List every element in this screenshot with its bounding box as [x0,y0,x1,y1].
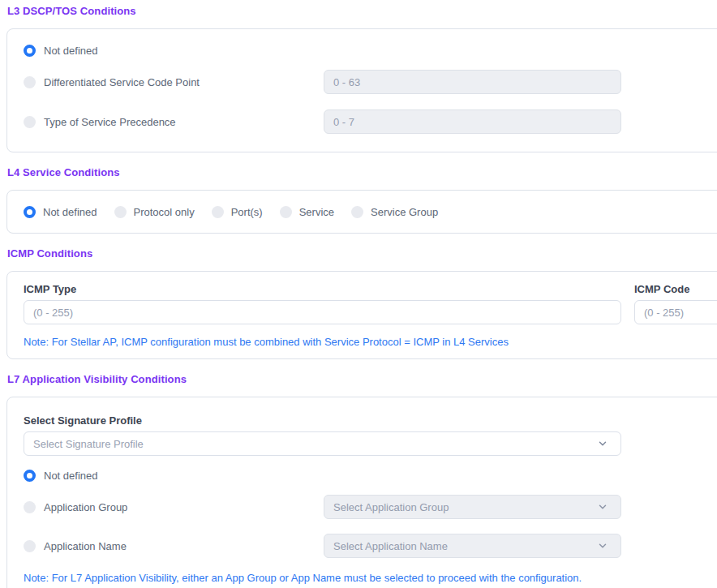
select-placeholder: Select Application Name [333,540,448,552]
radio-row-l3-tos: Type of Service Precedence [24,109,717,134]
radio-option-tos[interactable]: Type of Service Precedence [24,116,324,128]
section-title-l4: L4 Service Conditions [7,166,717,178]
dscp-value-input [324,70,621,94]
radio-option-protocol-only[interactable]: Protocol only [114,206,195,218]
chevron-down-icon [598,502,608,512]
radio-row-l7-not-defined[interactable]: Not defined [24,470,717,482]
l4-radio-group: Not defined Protocol only Port(s) Servic… [24,204,717,219]
radio-option-not-defined[interactable]: Not defined [24,206,97,218]
radio-button[interactable] [114,206,127,218]
radio-label: Service Group [371,206,438,218]
signature-profile-select[interactable]: Select Signature Profile [24,431,621,456]
radio-label: Differentiated Service Code Point [44,76,200,88]
radio-button[interactable] [24,76,36,88]
application-group-select: Select Application Group [324,495,621,519]
icmp-type-label: ICMP Type [24,283,621,295]
application-name-select: Select Application Name [324,534,621,558]
radio-option-app-name[interactable]: Application Name [24,540,324,552]
radio-button-selected[interactable] [24,206,36,218]
radio-button-selected[interactable] [24,45,36,57]
radio-button-selected[interactable] [24,470,36,482]
radio-label: Service [299,206,334,218]
radio-option-ports[interactable]: Port(s) [212,206,263,218]
section-icmp: ICMP Conditions ICMP Type ICMP Code Note… [6,247,717,359]
radio-option-dscp[interactable]: Differentiated Service Code Point [24,76,324,88]
radio-label: Not defined [44,470,98,482]
signature-profile-label: Select Signature Profile [24,414,717,427]
chevron-down-icon [598,541,608,551]
select-placeholder: Select Application Group [333,501,449,513]
radio-row-app-name: Application Name Select Application Name [24,534,717,558]
section-title-l3: L3 DSCP/TOS Conditions [7,5,717,17]
icmp-note: Note: For Stellar AP, ICMP configuration… [24,336,717,349]
section-title-l7: L7 Application Visibility Conditions [7,373,717,385]
radio-row-app-group: Application Group Select Application Gro… [24,495,717,519]
l3-card: Not defined Differentiated Service Code … [6,28,717,152]
radio-label: Not defined [44,45,98,57]
tos-value-input [324,109,621,134]
radio-row-l3-dscp: Differentiated Service Code Point [24,70,717,94]
radio-button[interactable] [351,206,363,218]
icmp-code-input[interactable] [634,300,717,324]
radio-button[interactable] [24,501,36,513]
l7-card: Select Signature Profile Select Signatur… [6,397,717,588]
icmp-card: ICMP Type ICMP Code Note: For Stellar AP… [6,271,717,359]
radio-row-l3-not-defined[interactable]: Not defined [24,42,717,58]
radio-button[interactable] [24,116,36,128]
radio-option-service[interactable]: Service [280,206,334,218]
conditions-form: L3 DSCP/TOS Conditions Not defined Diffe… [0,0,717,588]
select-placeholder: Select Signature Profile [33,438,144,450]
section-l7-app-visibility: L7 Application Visibility Conditions Sel… [6,373,717,588]
icmp-type-input[interactable] [24,300,621,324]
radio-option-service-group[interactable]: Service Group [351,206,438,218]
radio-button[interactable] [24,540,36,552]
radio-label: Application Name [44,540,127,552]
radio-label: Application Group [44,501,127,513]
radio-option-app-group[interactable]: Application Group [24,501,324,513]
icmp-code-label: ICMP Code [634,283,717,295]
l4-card: Not defined Protocol only Port(s) Servic… [6,190,717,234]
radio-label: Protocol only [134,206,195,218]
chevron-down-icon [598,439,608,449]
radio-label: Port(s) [231,206,263,218]
section-l4-service: L4 Service Conditions Not defined Protoc… [6,166,717,234]
radio-label: Not defined [43,206,97,218]
section-l3-dscp-tos: L3 DSCP/TOS Conditions Not defined Diffe… [6,5,717,152]
l7-note: Note: For L7 Application Visibility, eit… [24,572,717,585]
section-title-icmp: ICMP Conditions [7,247,717,260]
radio-button[interactable] [280,206,292,218]
radio-label: Type of Service Precedence [44,116,176,128]
radio-button[interactable] [212,206,224,218]
